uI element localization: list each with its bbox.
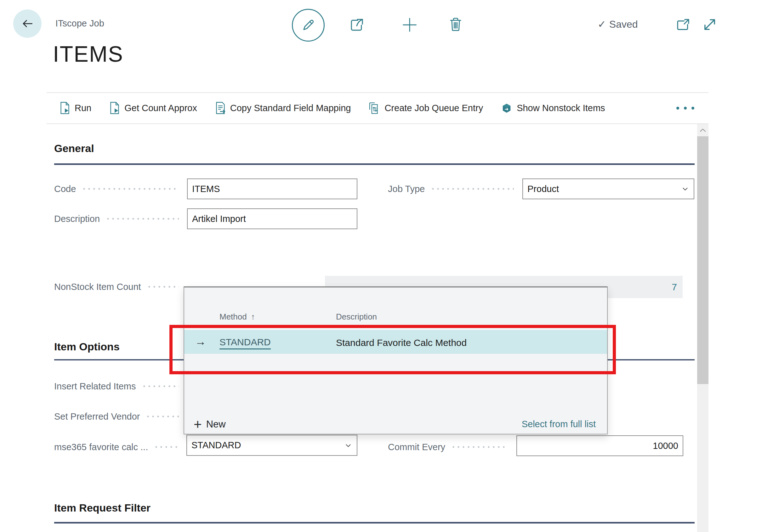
insert-related-items-row: Insert Related Items — [54, 376, 187, 397]
dotted-leader — [145, 415, 179, 418]
commit-every-input[interactable] — [516, 435, 683, 456]
scrollbar-thumb[interactable] — [697, 136, 709, 384]
ellipsis-icon — [691, 107, 694, 110]
chevron-down-icon — [344, 441, 352, 449]
new-button[interactable] — [401, 16, 419, 34]
dotted-leader — [147, 285, 179, 288]
expand-button[interactable] — [701, 16, 719, 34]
favorite-calc-method-label: mse365 favorite calc ... — [54, 442, 148, 452]
copy-document-icon — [215, 101, 226, 114]
nonstock-item-count-value[interactable]: 7 — [672, 282, 677, 292]
page: ITscope Job ✓ Saved ITEMS — [0, 0, 762, 532]
section-heading-item-request-filter: Item Request Filter — [54, 502, 151, 514]
page-title: ITEMS — [53, 41, 123, 67]
action-copy-standard-field-mapping-label: Copy Standard Field Mapping — [230, 103, 351, 113]
ellipsis-icon — [684, 107, 687, 110]
action-show-nonstock-items-label: Show Nonstock Items — [517, 103, 605, 113]
nonstock-item-count-row: NonStock Item Count — [54, 276, 187, 298]
current-row-arrow-icon: → — [195, 335, 206, 348]
lookup-row-standard[interactable]: → STANDARD Standard Favorite Calc Method — [184, 329, 607, 354]
dotted-leader — [451, 446, 507, 448]
trash-icon — [447, 16, 464, 33]
run-report-icon — [109, 101, 120, 114]
job-type-select[interactable]: Product — [522, 179, 694, 199]
lookup-row-description: Standard Favorite Calc Method — [336, 338, 467, 348]
job-type-label: Job Type — [388, 184, 425, 194]
lookup-row-method-link[interactable]: STANDARD — [219, 337, 271, 349]
job-type-value: Product — [527, 184, 559, 194]
action-copy-standard-field-mapping[interactable]: Copy Standard Field Mapping — [215, 101, 351, 114]
description-input[interactable] — [187, 208, 357, 229]
sort-ascending-icon: ↑ — [251, 312, 255, 321]
pencil-icon — [300, 17, 317, 34]
action-bar-bottom-divider — [46, 123, 709, 124]
saved-label: Saved — [609, 19, 638, 30]
nonstock-item-count-label: NonStock Item Count — [54, 282, 141, 292]
column-header-description[interactable]: Description — [336, 312, 377, 322]
scrollbar-track[interactable] — [697, 384, 709, 532]
job-queue-icon — [368, 101, 380, 114]
dotted-leader — [430, 188, 514, 190]
select-from-full-list-link[interactable]: Select from full list — [522, 419, 596, 429]
lookup-new-button[interactable]: + New — [193, 416, 226, 433]
description-field-row: Description — [54, 208, 187, 229]
favorite-calc-method-row: mse365 favorite calc ... — [54, 437, 187, 457]
delete-button[interactable] — [447, 16, 464, 33]
arrow-left-icon — [21, 17, 34, 31]
section-heading-general: General — [54, 142, 94, 155]
dotted-leader — [154, 446, 179, 448]
dotted-leader — [106, 217, 179, 220]
dotted-leader — [82, 188, 179, 190]
action-show-nonstock-items[interactable]: Show Nonstock Items — [501, 102, 605, 114]
page-caption: ITscope Job — [55, 18, 104, 29]
open-in-window-button[interactable] — [674, 16, 691, 34]
insert-related-items-label: Insert Related Items — [54, 381, 136, 392]
favorite-calc-method-value: STANDARD — [191, 440, 241, 450]
nonstock-box-icon — [501, 102, 513, 114]
chevron-up-icon — [700, 128, 706, 132]
commit-every-label: Commit Every — [388, 442, 445, 452]
share-icon — [348, 16, 365, 34]
more-actions-button[interactable] — [676, 93, 694, 123]
save-status: ✓ Saved — [598, 18, 638, 30]
job-type-field-row: Job Type — [388, 179, 521, 199]
column-header-method[interactable]: Method ↑ — [219, 312, 255, 322]
run-report-icon — [59, 101, 71, 114]
action-bar: Run Get Count Approx Copy Standard Field… — [59, 93, 605, 123]
action-create-job-queue-entry-label: Create Job Queue Entry — [384, 103, 483, 113]
action-run-label: Run — [75, 103, 91, 113]
action-get-count-approx-label: Get Count Approx — [124, 103, 197, 113]
dotted-leader — [142, 385, 179, 388]
action-run[interactable]: Run — [59, 101, 91, 114]
section-heading-item-options: Item Options — [54, 341, 120, 353]
lookup-new-label: New — [206, 419, 226, 430]
commit-every-row: Commit Every — [388, 437, 515, 457]
action-create-job-queue-entry[interactable]: Create Job Queue Entry — [368, 101, 483, 114]
set-preferred-vendor-label: Set Preferred Vendor — [54, 412, 140, 422]
share-button[interactable] — [348, 16, 365, 34]
general-rule — [54, 163, 695, 165]
code-input[interactable] — [187, 179, 357, 199]
back-button[interactable] — [13, 9, 41, 38]
ellipsis-icon — [676, 107, 679, 110]
edit-button[interactable] — [292, 9, 325, 41]
code-label: Code — [54, 184, 76, 194]
scrollbar-up-button[interactable] — [697, 124, 709, 136]
open-in-window-icon — [674, 16, 691, 34]
code-field-row: Code — [54, 179, 187, 199]
plus-icon — [401, 16, 419, 34]
favorite-calc-method-select[interactable]: STANDARD — [187, 435, 357, 456]
checkmark-icon: ✓ — [598, 18, 606, 30]
action-get-count-approx[interactable]: Get Count Approx — [109, 101, 197, 114]
set-preferred-vendor-row: Set Preferred Vendor — [54, 406, 187, 427]
chevron-down-icon — [681, 185, 689, 193]
lookup-popup: Method ↑ Description → STANDARD Standard… — [184, 286, 608, 434]
description-label: Description — [54, 214, 100, 224]
item-request-filter-rule — [54, 522, 695, 523]
plus-icon: + — [193, 418, 202, 431]
expand-icon — [701, 16, 719, 34]
